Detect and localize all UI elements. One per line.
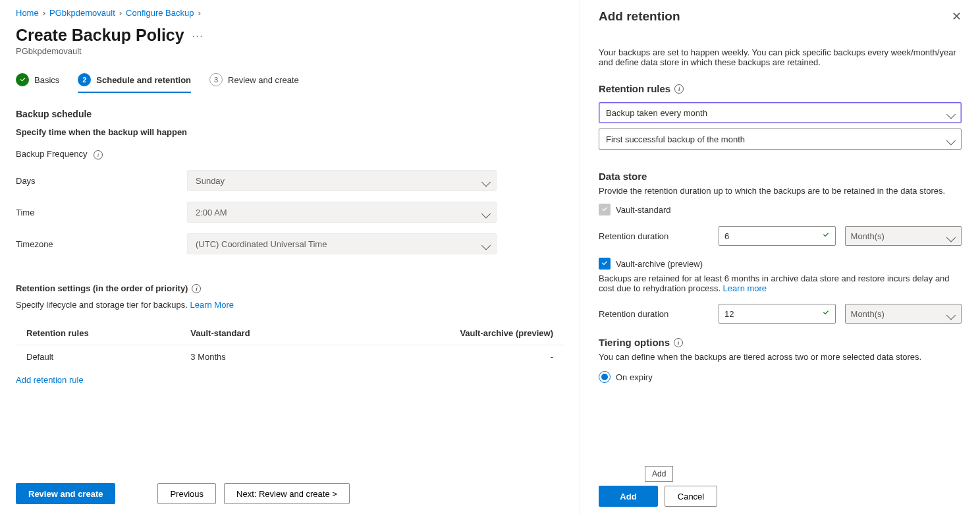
page-title: Create Backup Policy <box>16 26 184 45</box>
step-label: Review and create <box>228 75 299 85</box>
select-rule-scope[interactable]: Backup taken every month <box>599 102 962 123</box>
chevron-right-icon: › <box>43 8 45 18</box>
panel-section-data-store: Data store <box>599 171 962 182</box>
select-time[interactable]: 2:00 AM <box>187 202 497 223</box>
cell-rule-name: Default <box>16 345 180 369</box>
chevron-down-icon <box>483 178 489 188</box>
select-value: Sunday <box>196 176 225 186</box>
add-button[interactable]: Add <box>599 486 658 507</box>
panel-section-tiering: Tiering options i <box>599 337 962 348</box>
section-backup-schedule-sub: Specify time when the backup will happen <box>16 127 564 137</box>
select-value: (UTC) Coordinated Universal Time <box>196 239 327 249</box>
tiering-desc: You can define when the backups are tier… <box>599 352 962 362</box>
step-label: Basics <box>34 75 59 85</box>
select-value: Month(s) <box>851 309 885 319</box>
chevron-down-icon <box>948 136 954 146</box>
chevron-down-icon <box>483 241 489 251</box>
chevron-down-icon <box>948 110 954 120</box>
info-icon[interactable]: i <box>192 284 201 293</box>
section-retention-settings: Retention settings (in the order of prio… <box>16 283 564 293</box>
checkbox-vault-standard[interactable]: Vault-standard <box>599 204 962 215</box>
input-value: 12 <box>724 309 734 319</box>
info-icon[interactable]: i <box>674 338 683 347</box>
column-header-varch: Vault-archive (preview) <box>339 322 564 345</box>
label-retention-duration: Retention duration <box>599 231 709 241</box>
input-varch-duration[interactable]: 12 <box>719 304 835 324</box>
column-header-vstd: Vault-standard <box>180 322 339 345</box>
select-days[interactable]: Sunday <box>187 170 497 191</box>
data-store-desc: Provide the retention duration up to whi… <box>599 186 962 196</box>
panel-title: Add retention <box>599 9 680 24</box>
label-retention-duration: Retention duration <box>599 309 709 319</box>
chevron-right-icon: › <box>119 8 122 18</box>
panel-description: Your backups are set to happen weekly. Y… <box>599 47 962 67</box>
info-icon[interactable]: i <box>94 150 103 159</box>
radio-label: On expiry <box>616 372 653 382</box>
select-vstd-unit[interactable]: Month(s) <box>845 226 962 246</box>
vault-archive-note: Backups are retained for at least 6 mont… <box>599 273 962 293</box>
chevron-right-icon: › <box>198 8 200 18</box>
radio-on-expiry[interactable]: On expiry <box>599 371 962 383</box>
select-value: 2:00 AM <box>196 208 227 217</box>
breadcrumb: Home › PGbkpdemovault › Configure Backup… <box>16 8 564 18</box>
checkbox-icon <box>599 204 611 215</box>
previous-button[interactable]: Previous <box>157 483 216 504</box>
step-label: Schedule and retention <box>96 75 191 85</box>
breadcrumb-vault[interactable]: PGbkpdemovault <box>49 8 115 18</box>
breadcrumb-configure[interactable]: Configure Backup <box>126 8 194 18</box>
checkbox-label: Vault-archive (preview) <box>616 259 703 269</box>
add-retention-rule-link[interactable]: Add retention rule <box>16 375 564 385</box>
learn-more-link[interactable]: Learn More <box>190 300 233 310</box>
label-backup-frequency: Backup Frequency i <box>16 149 187 159</box>
cancel-button[interactable]: Cancel <box>665 486 717 507</box>
label-days: Days <box>16 176 187 186</box>
select-value: Backup taken every month <box>606 108 707 118</box>
more-icon[interactable]: ··· <box>192 30 204 41</box>
learn-more-link[interactable]: Learn more <box>723 283 767 293</box>
valid-icon <box>822 309 830 319</box>
section-backup-schedule: Backup schedule <box>16 109 564 119</box>
cell-varch: - <box>339 345 564 369</box>
review-and-create-button[interactable]: Review and create <box>16 483 115 504</box>
chevron-down-icon <box>948 311 954 321</box>
step-review[interactable]: 3 Review and create <box>209 73 299 92</box>
valid-icon <box>822 231 830 241</box>
select-timezone[interactable]: (UTC) Coordinated Universal Time <box>187 233 497 254</box>
wizard-steps: Basics 2 Schedule and retention 3 Review… <box>16 73 564 93</box>
retention-desc: Specify lifecycle and storage tier for b… <box>16 300 564 310</box>
retention-rules-table: Retention rules Vault-standard Vault-arc… <box>16 322 564 368</box>
tooltip-add: Add <box>645 466 673 482</box>
breadcrumb-home[interactable]: Home <box>16 8 39 18</box>
select-value: Month(s) <box>851 231 885 241</box>
info-icon[interactable]: i <box>674 84 684 94</box>
table-row: Default 3 Months - <box>16 345 564 369</box>
next-button[interactable]: Next: Review and create > <box>224 483 350 504</box>
check-icon <box>16 73 29 86</box>
select-value: First successful backup of the month <box>606 134 745 144</box>
column-header-rules: Retention rules <box>16 322 180 345</box>
label-time: Time <box>16 208 187 217</box>
chevron-down-icon <box>483 210 489 219</box>
page-subtitle: PGbkpdemovault <box>16 46 564 56</box>
step-number-icon: 2 <box>78 73 91 86</box>
checkbox-icon <box>599 258 611 270</box>
radio-icon <box>599 371 611 383</box>
step-schedule[interactable]: 2 Schedule and retention <box>78 73 191 92</box>
chevron-down-icon <box>948 233 954 243</box>
input-vstd-duration[interactable]: 6 <box>719 226 835 246</box>
close-icon[interactable]: ✕ <box>952 9 962 24</box>
select-rule-which[interactable]: First successful backup of the month <box>599 129 962 150</box>
step-basics[interactable]: Basics <box>16 73 59 92</box>
panel-section-retention-rules: Retention rules i <box>599 83 962 94</box>
checkbox-label: Vault-standard <box>616 205 671 215</box>
select-varch-unit[interactable]: Month(s) <box>845 304 962 324</box>
step-number-icon: 3 <box>209 73 223 86</box>
input-value: 6 <box>724 231 729 241</box>
cell-vstd: 3 Months <box>180 345 339 369</box>
checkbox-vault-archive[interactable]: Vault-archive (preview) <box>599 258 962 270</box>
label-timezone: Timezone <box>16 239 187 249</box>
